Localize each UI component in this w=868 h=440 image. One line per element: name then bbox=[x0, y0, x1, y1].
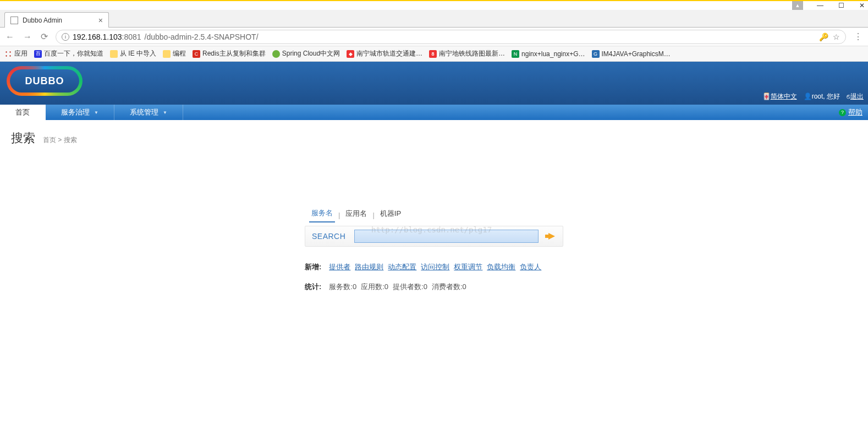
page-title: 搜索 bbox=[11, 130, 35, 146]
stat-services: 服务数:0 bbox=[329, 282, 356, 292]
url-path: /dubbo-admin-2.5.4-SNAPSHOT/ bbox=[145, 32, 259, 41]
folder-icon bbox=[163, 50, 171, 58]
search-submit-button[interactable] bbox=[545, 231, 558, 241]
tab-separator: | bbox=[372, 211, 374, 219]
add-label: 新增: bbox=[305, 262, 321, 272]
bookmark-item[interactable]: 8南宁地铁线路图最新… bbox=[429, 49, 505, 58]
stat-consumers: 消费者数:0 bbox=[432, 282, 466, 292]
arrow-right-icon bbox=[548, 233, 555, 240]
add-route-link[interactable]: 路由规则 bbox=[355, 262, 383, 272]
bookmark-item[interactable]: ◆南宁城市轨道交通建… bbox=[347, 49, 422, 58]
search-tab-service[interactable]: 服务名 bbox=[309, 207, 335, 222]
browser-menu-icon[interactable]: ⋮ bbox=[853, 31, 864, 42]
chevron-down-icon: ▼ bbox=[94, 110, 98, 115]
folder-icon bbox=[110, 50, 118, 58]
tab-close-icon[interactable]: × bbox=[98, 16, 103, 25]
bookmark-icon: C bbox=[193, 50, 200, 58]
page-body: 搜索 首页 > 搜索 服务名 | 应用名 | 机器IP http://blog.… bbox=[0, 120, 868, 312]
bookmark-item[interactable]: 编程 bbox=[163, 49, 186, 58]
os-titlebar: ▲ — ☐ ✕ bbox=[0, 0, 868, 10]
chevron-down-icon: ▼ bbox=[163, 110, 167, 115]
bookmark-item[interactable]: GIM4JAVA+GraphicsM… bbox=[592, 50, 671, 58]
add-row: 新增: 提供者 路由规则 动态配置 访问控制 权重调节 负载均衡 负责人 bbox=[305, 262, 563, 272]
stats-label: 统计: bbox=[305, 282, 321, 292]
bookmark-icon: ◆ bbox=[347, 50, 354, 58]
logo[interactable]: DUBBO bbox=[7, 66, 83, 96]
nav-service-governance[interactable]: 服务治理▼ bbox=[46, 105, 114, 120]
page-icon bbox=[10, 17, 18, 24]
saved-password-icon[interactable]: 🔑 bbox=[819, 32, 828, 41]
apps-shortcut[interactable]: 应用 bbox=[4, 49, 28, 58]
window-maximize-button[interactable]: ☐ bbox=[837, 2, 845, 9]
window-minimize-button[interactable]: — bbox=[816, 2, 824, 9]
logout-link[interactable]: ⎋退出 bbox=[847, 92, 864, 101]
nav-system-management[interactable]: 系统管理▼ bbox=[114, 105, 183, 120]
bookmark-item[interactable]: 百百度一下，你就知道 bbox=[34, 49, 103, 58]
bookmark-item[interactable]: Spring Cloud中文网 bbox=[272, 49, 340, 58]
add-provider-link[interactable]: 提供者 bbox=[329, 262, 350, 272]
bookmark-icon bbox=[272, 50, 280, 58]
bookmark-item[interactable]: Nnginx+lua_nginx+G… bbox=[512, 50, 585, 58]
add-dynamic-config-link[interactable]: 动态配置 bbox=[388, 262, 416, 272]
add-owner-link[interactable]: 负责人 bbox=[520, 262, 541, 272]
site-info-icon[interactable]: i bbox=[62, 33, 69, 41]
nav-home[interactable]: 首页 bbox=[0, 105, 46, 120]
search-box: http://blog.csdn.net/plg17 SEARCH bbox=[305, 226, 563, 247]
globe-icon: 🀄 bbox=[762, 93, 771, 100]
browser-tab-strip: Dubbo Admin × bbox=[0, 10, 868, 28]
bookmark-icon: N bbox=[512, 50, 519, 58]
user-greeting: 👤root, 您好 bbox=[804, 92, 840, 101]
bookmark-star-icon[interactable]: ☆ bbox=[833, 32, 840, 41]
stat-apps: 应用数:0 bbox=[361, 282, 388, 292]
stat-providers: 提供者数:0 bbox=[393, 282, 427, 292]
bookmark-icon: 8 bbox=[429, 50, 437, 58]
app-header: DUBBO 🀄简体中文 👤root, 您好 ⎋退出 bbox=[0, 62, 868, 105]
main-nav: 首页 服务治理▼ 系统管理▼ ?帮助 bbox=[0, 105, 868, 120]
brand-text: DUBBO bbox=[10, 69, 79, 93]
nav-forward-button[interactable]: → bbox=[22, 32, 33, 42]
help-icon: ? bbox=[839, 109, 846, 116]
tab-separator: | bbox=[338, 211, 340, 219]
address-bar[interactable]: i 192.168.1.103:8081 /dubbo-admin-2.5.4-… bbox=[56, 30, 846, 44]
nav-help[interactable]: ?帮助 bbox=[833, 105, 868, 120]
tab-title: Dubbo Admin bbox=[23, 17, 62, 24]
add-loadbalance-link[interactable]: 负载均衡 bbox=[487, 262, 515, 272]
url-host: 192.168.1.103:8081 bbox=[73, 32, 141, 41]
user-icon: 👤 bbox=[804, 93, 812, 100]
bookmark-item[interactable]: CRedis主从复制和集群 bbox=[193, 49, 266, 58]
add-access-control-link[interactable]: 访问控制 bbox=[421, 262, 449, 272]
search-tab-ip[interactable]: 机器IP bbox=[378, 208, 403, 222]
window-close-button[interactable]: ✕ bbox=[858, 2, 866, 9]
bookmark-icon: G bbox=[592, 50, 600, 58]
search-tabs: 服务名 | 应用名 | 机器IP bbox=[305, 207, 563, 222]
logout-icon: ⎋ bbox=[847, 93, 850, 100]
stats-row: 统计: 服务数:0 应用数:0 提供者数:0 消费者数:0 bbox=[305, 282, 563, 292]
bookmarks-bar: 应用 百百度一下，你就知道 从 IE 中导入 编程 CRedis主从复制和集群 … bbox=[0, 46, 868, 62]
add-weight-link[interactable]: 权重调节 bbox=[454, 262, 482, 272]
breadcrumb: 首页 > 搜索 bbox=[43, 135, 77, 145]
browser-toolbar: ← → ⟳ i 192.168.1.103:8081 /dubbo-admin-… bbox=[0, 28, 868, 46]
bookmark-icon: 百 bbox=[34, 50, 42, 58]
search-label: SEARCH bbox=[310, 232, 348, 241]
bookmark-item[interactable]: 从 IE 中导入 bbox=[110, 49, 156, 58]
browser-tab[interactable]: Dubbo Admin × bbox=[4, 12, 109, 28]
nav-back-button[interactable]: ← bbox=[4, 32, 15, 42]
apps-icon bbox=[4, 50, 12, 58]
language-switch[interactable]: 🀄简体中文 bbox=[762, 92, 797, 101]
search-tab-app[interactable]: 应用名 bbox=[343, 208, 369, 222]
os-user-icon: ▲ bbox=[792, 1, 803, 10]
nav-reload-button[interactable]: ⟳ bbox=[40, 31, 49, 42]
search-input[interactable] bbox=[354, 230, 539, 243]
